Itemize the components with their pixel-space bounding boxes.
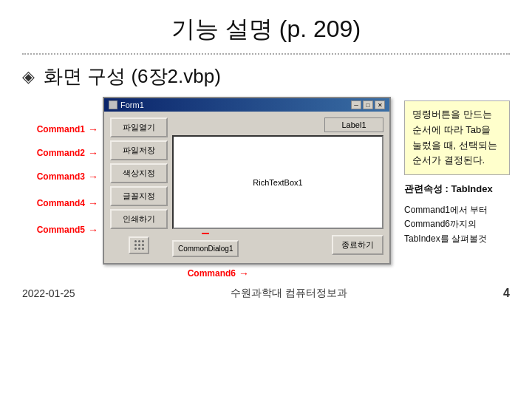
info-detail: Command1에서 부터 Command6까지의 TabIndex를 살펴볼것 <box>404 203 510 246</box>
close-button[interactable]: ✕ <box>375 100 385 109</box>
dot <box>134 240 137 242</box>
cmd4-label: Command4 <box>22 198 85 208</box>
detail-line2: Command6까지의 <box>404 217 510 231</box>
cmd2-label: Command2 <box>22 148 85 158</box>
cmd5-arrow: → <box>88 224 98 236</box>
common-dialog-button[interactable]: CommonDialog1 <box>172 240 239 257</box>
file-open-button[interactable]: 파일열기 <box>110 117 168 137</box>
form-title: Form1 <box>120 100 144 109</box>
date-label: 2022-01-25 <box>22 287 75 299</box>
form-titlebar: Form1 ─ □ ✕ <box>104 98 389 112</box>
bullet-text: 화면 구성 (6장2.vbp) <box>44 64 221 89</box>
titlebar-buttons[interactable]: ─ □ ✕ <box>351 100 385 109</box>
print-button[interactable]: 인쇄하기 <box>110 209 168 229</box>
label1-control: Label1 <box>324 117 383 132</box>
font-button[interactable]: 글꼴지정 <box>110 186 168 206</box>
dot <box>142 244 144 246</box>
cmd4-row: Command4 → <box>22 193 101 214</box>
cmd6-external-row: Command6 → <box>0 265 532 279</box>
cmd5-row: Command5 → <box>22 219 101 240</box>
cmd2-arrow: → <box>88 147 98 159</box>
detail-line3: TabIndex를 살펴볼것 <box>404 232 510 246</box>
form-window: Form1 ─ □ ✕ 파일열기 파일저장 색상지정 글꼴지정 <box>103 97 391 265</box>
dot <box>142 240 144 242</box>
dot <box>138 244 140 246</box>
cmd1-label: Command1 <box>22 124 85 134</box>
form-window-icon <box>109 100 117 109</box>
left-section: Command1 → Command2 → Command3 → Command… <box>22 97 391 265</box>
info-line2: 순서에 따라 Tab을 <box>412 123 502 138</box>
cmd3-arrow: → <box>88 171 98 183</box>
page-title: 기능 설명 (p. 209) <box>0 0 532 53</box>
tabindex-label: 관련속성 : TabIndex <box>404 183 510 196</box>
mci-icon <box>129 236 149 254</box>
dot <box>134 248 137 250</box>
cmd4-arrow: → <box>88 197 98 209</box>
info-line4: 순서가 결정된다. <box>412 153 502 168</box>
cmd-labels-column: Command1 → Command2 → Command3 → Command… <box>22 97 103 265</box>
color-button[interactable]: 색상지정 <box>110 163 168 183</box>
section-divider <box>22 53 510 55</box>
form-titlebar-left: Form1 <box>109 100 144 109</box>
cmd3-label: Command3 <box>22 171 85 182</box>
grid-dots-row3 <box>134 248 144 250</box>
detail-line1: Command1에서 부터 <box>404 203 510 217</box>
cmd1-arrow: → <box>88 123 98 135</box>
page-number: 4 <box>503 287 510 300</box>
cmd2-row: Command2 → <box>22 143 101 163</box>
cmd6-external-label: Command6 <box>188 268 236 279</box>
grid-dots-row1 <box>134 240 144 242</box>
bottom-bar: 2022-01-25 수원과학대 컴퓨터정보과 4 <box>0 279 532 300</box>
main-content: Command1 → Command2 → Command3 → Command… <box>0 97 532 265</box>
cmd1-row: Command1 → <box>22 119 101 140</box>
grid-dots-row2 <box>134 244 144 246</box>
cmd5-label: Command5 <box>22 225 85 235</box>
info-line3: 눌렀을 때, 선택되는 <box>412 138 502 154</box>
cmd6-external-arrow: → <box>239 267 249 279</box>
dot <box>138 240 140 242</box>
info-panel: 명령버튼을 만드는 순서에 따라 Tab을 눌렀을 때, 선택되는 순서가 결정… <box>404 97 510 265</box>
minimize-button[interactable]: ─ <box>351 100 361 109</box>
dot <box>134 244 137 246</box>
maximize-button[interactable]: □ <box>363 100 373 109</box>
dot <box>142 248 144 250</box>
bullet-row: ◈ 화면 구성 (6장2.vbp) <box>0 64 532 89</box>
form-body: 파일열기 파일저장 색상지정 글꼴지정 인쇄하기 Label1 RichText <box>104 112 389 263</box>
bullet-icon: ◈ <box>22 67 35 86</box>
file-save-button[interactable]: 파일저장 <box>110 140 168 160</box>
info-line1: 명령버튼을 만드는 <box>412 107 502 123</box>
info-box1: 명령버튼을 만드는 순서에 따라 Tab을 눌렀을 때, 선택되는 순서가 결정… <box>404 100 510 175</box>
university-label: 수원과학대 컴퓨터정보과 <box>231 287 347 300</box>
cmd3-row: Command3 → <box>22 166 101 187</box>
richtextbox-control[interactable]: RichTextBox1 <box>172 135 383 229</box>
quit-button[interactable]: 종료하기 <box>332 235 383 255</box>
dot <box>138 248 140 250</box>
